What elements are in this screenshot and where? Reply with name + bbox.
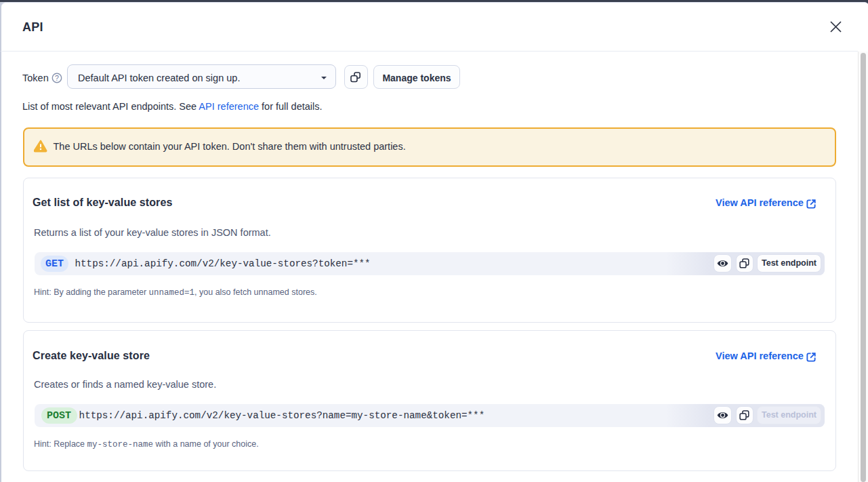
svg-text:?: ? <box>55 73 59 81</box>
